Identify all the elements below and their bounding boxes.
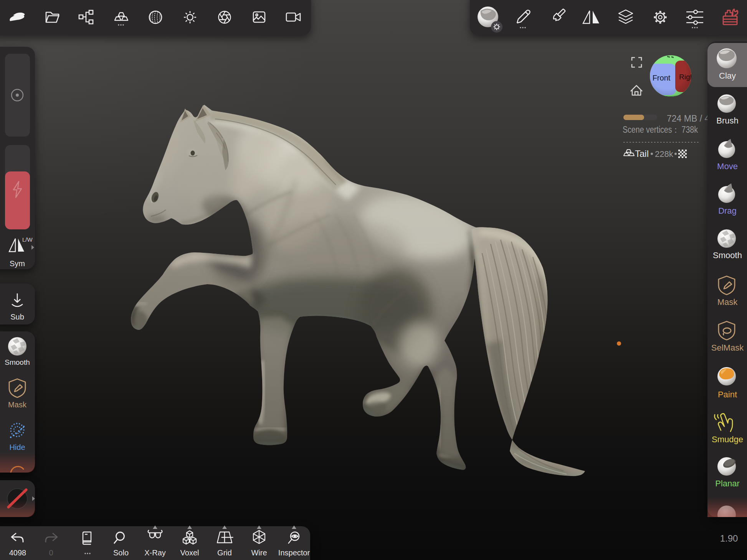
svg-text:L/W: L/W	[22, 236, 33, 243]
